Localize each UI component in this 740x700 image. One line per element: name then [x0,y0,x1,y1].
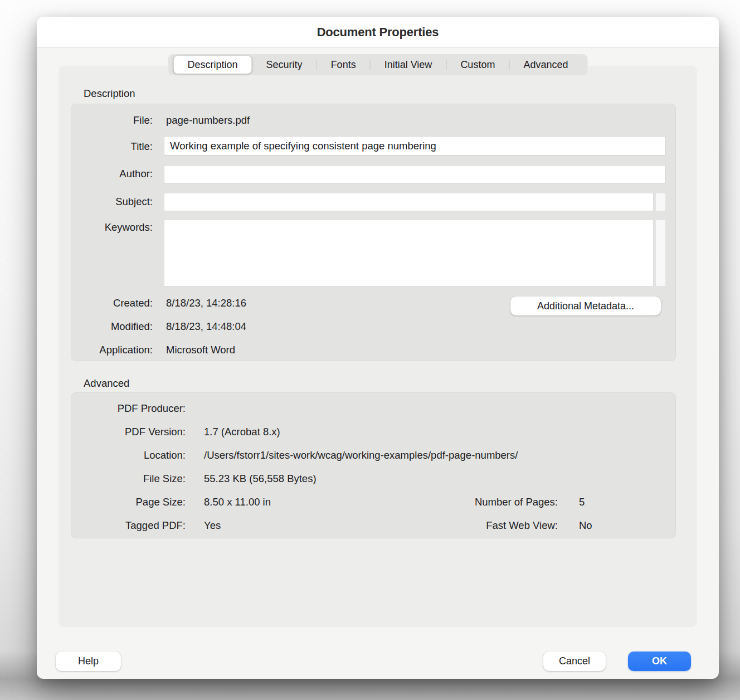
number-of-pages-label: Number of Pages: [339,490,558,514]
created-value: 8/18/23, 14:28:16 [166,296,246,310]
application-value: Microsoft Word [166,343,235,357]
tab-fonts[interactable]: Fonts [317,56,370,74]
created-label: Created: [71,296,153,310]
tagged-pdf-label: Tagged PDF: [71,514,186,537]
tab-bar: Description Security Fonts Initial View … [168,54,588,75]
advanced-row-pdf-version: PDF Version: 1.7 (Acrobat 8.x) [71,420,675,444]
pdf-producer-label: PDF Producer: [71,397,186,420]
tab-security[interactable]: Security [252,56,317,74]
modified-label: Modified: [71,320,153,333]
desktop-background: Document Properties Description File: pa… [0,0,740,700]
pdf-version-value: 1.7 (Acrobat 8.x) [204,420,280,444]
author-input[interactable] [164,165,666,183]
fast-web-view-value: No [579,514,592,537]
keywords-field [164,220,666,286]
tagged-pdf-value: Yes [204,514,221,537]
keywords-scrollbar-track[interactable] [655,220,666,286]
page-size-label: Page Size: [71,490,186,514]
cancel-button[interactable]: Cancel [543,652,606,671]
content-panel: Description File: page-numbers.pdf Title… [59,66,697,627]
page-size-value: 8.50 x 11.00 in [204,490,271,514]
application-label: Application: [71,343,153,357]
dialog-title: Document Properties [317,25,439,39]
advanced-row-file-size: File Size: 55.23 KB (56,558 Bytes) [71,467,675,490]
subject-field [164,193,666,211]
subject-input[interactable] [164,193,654,211]
help-button[interactable]: Help [56,652,121,671]
additional-metadata-button[interactable]: Additional Metadata... [510,296,661,315]
file-size-value: 55.23 KB (56,558 Bytes) [204,467,317,490]
tab-description[interactable]: Description [174,56,252,74]
title-input[interactable] [164,136,666,155]
dialog-titlebar: Document Properties [37,17,719,48]
fast-web-view-label: Fast Web View: [339,514,558,537]
advanced-row-location: Location: /Users/fstorr1/sites-work/wcag… [71,444,675,467]
advanced-row-pdf-producer: PDF Producer: [71,397,675,420]
file-value: page-numbers.pdf [166,114,250,127]
file-label: File: [71,114,153,127]
location-label: Location: [71,444,186,467]
ok-button[interactable]: OK [628,652,691,671]
keywords-input[interactable] [164,220,654,286]
number-of-pages-value: 5 [579,490,585,514]
pdf-version-label: PDF Version: [71,420,186,444]
tab-initial-view[interactable]: Initial View [371,56,446,74]
location-value: /Users/fstorr1/sites-work/wcag/working-e… [204,444,518,467]
keywords-label: Keywords: [71,221,153,234]
tab-custom[interactable]: Custom [446,56,509,74]
subject-label: Subject: [71,195,153,208]
advanced-section-heading: Advanced [84,377,129,390]
file-size-label: File Size: [71,467,186,490]
author-label: Author: [71,167,153,181]
document-properties-dialog: Document Properties Description File: pa… [37,17,719,679]
description-groupbox: File: page-numbers.pdf Title: Author: Su… [71,104,676,361]
advanced-groupbox: PDF Producer: PDF Version: 1.7 (Acrobat … [71,392,676,538]
tab-advanced[interactable]: Advanced [509,56,582,74]
modified-value: 8/18/23, 14:48:04 [166,320,246,333]
description-section-heading: Description [84,87,135,100]
subject-scrollbar-track[interactable] [655,193,666,211]
title-label: Title: [71,140,153,153]
